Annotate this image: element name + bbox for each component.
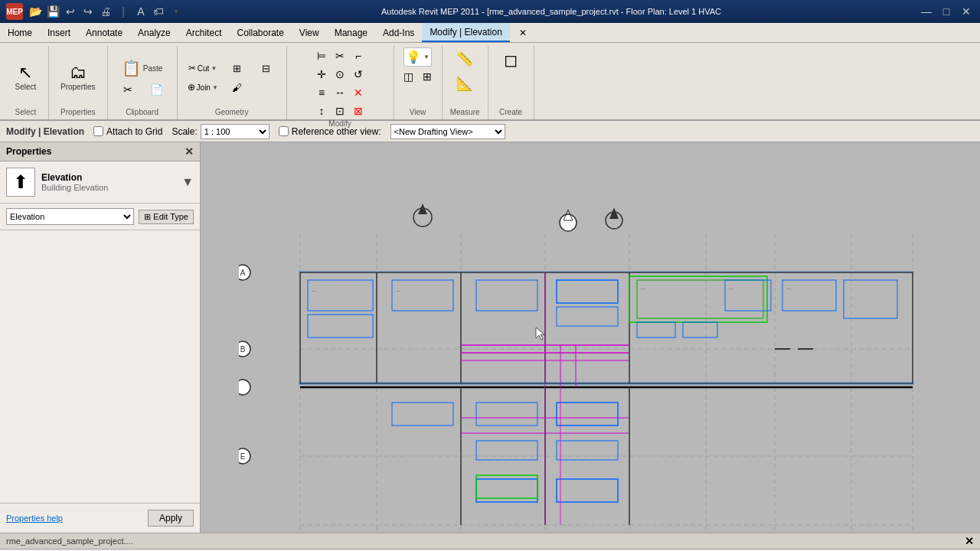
split-button[interactable]: ✂ [332, 47, 348, 64]
type-selector: ⬆ Elevation Building Elevation ▼ [0, 161, 200, 204]
menu-view[interactable]: View [292, 23, 327, 42]
properties-icon: 🗂 [70, 64, 87, 81]
menu-home[interactable]: Home [0, 23, 40, 42]
instance-dropdown[interactable]: Elevation [6, 208, 134, 225]
menu-manage[interactable]: Manage [327, 23, 375, 42]
maximize-button[interactable]: □ [939, 4, 954, 19]
properties-close-button[interactable]: ✕ [185, 145, 194, 158]
join-button[interactable]: ⊕ Join ▼ [184, 79, 222, 96]
trim-icon: ⌐ [355, 50, 361, 62]
align-button[interactable]: ⊨ [313, 47, 330, 64]
ribbon-group-measure: 📏 📐 Measure [443, 46, 488, 119]
save-button[interactable]: 💾 [45, 4, 60, 19]
edit-type-icon: ⊞ [144, 212, 151, 222]
menu-modify-elevation[interactable]: Modify | Elevation [422, 23, 510, 42]
mirror-y-button[interactable]: ↕ [313, 103, 330, 119]
menu-analyze[interactable]: Analyze [130, 23, 178, 42]
rotate-icon: ↺ [354, 68, 363, 80]
scale-label: Scale: [172, 126, 197, 137]
svg-rect-42 [392, 403, 453, 425]
trim-button[interactable]: ⌐ [350, 47, 367, 64]
svg-rect-74 [299, 271, 914, 272]
ribbon-group-view: 💡 ▼ ◫ ⊞ View [394, 46, 443, 119]
minimize-button[interactable]: — [919, 4, 934, 19]
properties-title: Properties [6, 146, 51, 157]
select-button[interactable]: ↖ Select [10, 61, 42, 94]
properties-help-link[interactable]: Properties help [6, 514, 63, 523]
copy-modify-button[interactable]: ⊡ [332, 103, 348, 119]
ribbon-group-clipboard: 📋 Paste ✂ 📄 Clipboard [108, 46, 178, 119]
menu-bar: Home Insert Annotate Analyze Architect C… [0, 23, 980, 43]
array-icon: ⊠ [354, 105, 363, 117]
qa-more-button[interactable]: ▼ [168, 4, 184, 19]
svg-point-69 [239, 380, 250, 395]
canvas-area[interactable]: ... ... ... ... ... A B [201, 142, 980, 533]
select-icon: ↖ [18, 64, 32, 81]
view-btn2[interactable]: ⊞ [419, 68, 436, 85]
svg-rect-29 [683, 322, 717, 337]
cut-button[interactable]: ✂ [114, 80, 142, 99]
copy-button[interactable]: 📄 [143, 80, 171, 99]
type-dropdown-arrow[interactable]: ▼ [181, 175, 194, 189]
svg-text:...: ... [396, 287, 400, 292]
properties-button[interactable]: 🗂 Properties [55, 61, 101, 94]
svg-rect-44 [557, 403, 618, 425]
view-btn1[interactable]: ◫ [400, 68, 417, 85]
svg-rect-23 [308, 315, 373, 337]
paste-button[interactable]: 📋 Paste [114, 57, 171, 79]
svg-rect-28 [637, 322, 675, 337]
properties-header: Properties ✕ [0, 142, 200, 161]
menu-insert[interactable]: Insert [40, 23, 78, 42]
offset-button[interactable]: ≡ [313, 84, 330, 101]
view-icon2: ⊞ [423, 70, 432, 83]
close-window-button[interactable]: ✕ [959, 4, 974, 19]
open-button[interactable]: 📂 [28, 4, 43, 19]
rotate-button[interactable]: ↺ [350, 66, 367, 83]
scale-select[interactable]: 1 : 100 1 : 50 1 : 200 1 : 500 [201, 124, 270, 139]
svg-point-61 [560, 214, 577, 231]
quick-access-toolbar: 📂 💾 ↩ ↪ 🖨 | A 🏷 ▼ [28, 4, 184, 19]
menu-collaborate[interactable]: Collaborate [229, 23, 291, 42]
array-button[interactable]: ⊠ [350, 103, 367, 119]
svg-rect-43 [476, 403, 537, 425]
paint-button[interactable]: 🖌 [224, 79, 251, 96]
measure-btn1[interactable]: 📏 [451, 47, 479, 70]
context-bar: Modify | Elevation Attach to Grid Scale:… [0, 121, 980, 142]
project-browser-header: rme_advanced_sample_project.... ✕ [0, 533, 980, 549]
measure-btn2[interactable]: 📐 [451, 72, 479, 95]
delete-button[interactable]: ✕ [350, 84, 367, 101]
geometry-btn3[interactable]: ⊟ [253, 60, 280, 77]
svg-text:B: B [240, 345, 246, 354]
scale-button[interactable]: ⊙ [332, 66, 348, 83]
move-icon: ✛ [317, 68, 326, 80]
ref-view-checkbox[interactable] [279, 126, 289, 136]
edit-type-button[interactable]: ⊞ Edit Type [139, 210, 194, 224]
print-button[interactable]: 🖨 [98, 4, 113, 19]
attach-to-grid-checkbox[interactable] [93, 126, 103, 136]
redo-button[interactable]: ↪ [80, 4, 96, 19]
move-button[interactable]: ✛ [313, 66, 330, 83]
menu-addins[interactable]: Add-Ins [375, 23, 422, 42]
svg-rect-20 [629, 276, 767, 322]
menu-close-tab[interactable]: ✕ [511, 23, 534, 42]
svg-text:...: ... [312, 287, 316, 292]
mirror-x-button[interactable]: ↔ [332, 84, 348, 101]
menu-architect[interactable]: Architect [178, 23, 230, 42]
scale-group: Scale: 1 : 100 1 : 50 1 : 200 1 : 500 [172, 124, 269, 139]
svg-rect-24 [392, 280, 453, 311]
align-icon: ⊨ [317, 50, 326, 62]
create-icon: ◻ [504, 51, 518, 70]
undo-button[interactable]: ↩ [63, 4, 78, 19]
menu-annotate[interactable]: Annotate [78, 23, 130, 42]
ref-view-select[interactable]: <New Drafting View> [390, 124, 505, 139]
geometry-btn2[interactable]: ⊞ [224, 60, 251, 77]
instance-select-row: Elevation ⊞ Edit Type [0, 204, 200, 230]
ref-view-checkbox-group[interactable]: Reference other view: [279, 126, 381, 137]
attach-to-grid-checkbox-group[interactable]: Attach to Grid [93, 126, 162, 137]
apply-button[interactable]: Apply [148, 510, 194, 527]
project-browser-close-button[interactable]: ✕ [965, 535, 974, 547]
annotate-button[interactable]: A [133, 4, 149, 19]
tag-button[interactable]: 🏷 [151, 4, 166, 19]
cut-geometry-button[interactable]: ✂ Cut ▼ [184, 60, 222, 77]
create-btn[interactable]: ◻ [498, 47, 523, 73]
